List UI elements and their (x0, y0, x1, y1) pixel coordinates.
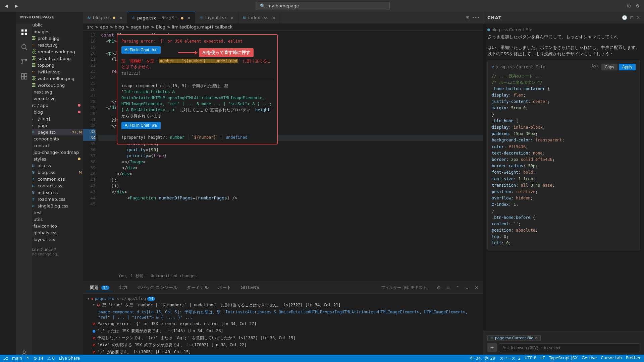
filter-icon[interactable]: ⊘ (435, 284, 443, 292)
encoding[interactable]: UTF-8 (525, 356, 536, 361)
error-item-1: ▾ ⊘ 型 'true' を型 'number | `${number}` | … (87, 302, 479, 309)
apply-button[interactable]: Apply (619, 64, 636, 70)
svg-point-6 (22, 59, 23, 61)
filter-label: フィルター (例: テキスト、 (378, 285, 433, 291)
panel-tab-gitlens[interactable]: GITLENS (236, 284, 263, 292)
chat-header: CHAT 🕐 ⊡ ✕ (483, 12, 644, 23)
sync-icon[interactable]: ↻ (26, 356, 30, 361)
panel-tab-terminal[interactable]: ターミナル (183, 283, 213, 292)
current-file-tag[interactable]: ⚛ page.tsx Current File ✕ (487, 335, 541, 341)
eol[interactable]: LF (540, 356, 545, 361)
copy-button[interactable]: Copy (601, 64, 618, 70)
address-bar[interactable]: 🔍 my-homepage (256, 2, 390, 10)
panel-content: ▾ ⊘ page.tsx src/app/blog 14 ▾ ⊘ 型 'true… (83, 294, 483, 362)
tab-blog-css[interactable]: ≋ blog.css ● × (83, 12, 127, 23)
activity-bar (16, 23, 32, 362)
collapse-icon[interactable]: ⌃ (453, 284, 462, 292)
svg-rect-3 (25, 33, 27, 35)
close-tab-page-tsx[interactable]: × (187, 15, 191, 20)
status-bar: ⎇ main ↻ ⊘ 14 ⚠ 0 Live Share 行 34、列 29 ス… (0, 355, 644, 362)
close-tab-index-css[interactable]: × (272, 15, 276, 20)
remove-file-tag[interactable]: ✕ (535, 336, 538, 340)
svg-rect-9 (21, 74, 24, 76)
language[interactable]: TypeScript JSX (549, 356, 578, 361)
tabs-bar: ≋ blog.css ● × ⚛ page.tsx …/blog 9+, ● ×… (83, 12, 483, 23)
svg-rect-0 (21, 29, 23, 32)
warn-count[interactable]: ⚠ 0 (47, 356, 55, 361)
chat-title: CHAT (487, 15, 501, 20)
tab-layout-tsx[interactable]: ⚛ layout.tsx × (195, 12, 238, 23)
chat-ai-text: はい、承知いたしました。ボタンをさらにおしゃれにし、中央に配置します。以下のCS… (487, 44, 640, 57)
layout-icon[interactable]: ⊞ (626, 3, 632, 9)
terminal-panel: 問題 14 出力 デバッグ コンソール ターミナル ポート GITLENS フィ… (83, 282, 483, 362)
ai-fix-label-1: AI Fix In Chat (125, 48, 149, 52)
back-button[interactable]: ◀ (3, 3, 9, 9)
editor-area: ≋ blog.css ● × ⚛ page.tsx …/blog 9+, ● ×… (83, 12, 483, 362)
svg-point-8 (22, 63, 23, 64)
chat-popout-icon[interactable]: ⊡ (630, 15, 634, 20)
tab-page-tsx[interactable]: ⚛ page.tsx …/blog 9+, ● × (127, 12, 195, 23)
chat-code-content: // ... 既存のコード ... /* ホームに戻るボタン */ .home-… (492, 73, 636, 247)
error-item-1-detail: image-component.d.ts[Ln 15、Col 5]: 予期された… (87, 309, 479, 320)
prettier[interactable]: Prettier (626, 356, 641, 361)
breadcrumb: src > app > blog > page.tsx > Blog > lim… (83, 23, 483, 31)
live-share[interactable]: Live Share (59, 356, 80, 361)
svg-point-7 (25, 59, 27, 61)
svg-rect-10 (24, 74, 27, 76)
more-tabs-icon[interactable]: ••• (472, 15, 480, 20)
ask-label[interactable]: Ask (591, 64, 599, 70)
panel-tab-output[interactable]: 出力 (115, 283, 131, 292)
chat-code-header: ≋ blog.css Current File Ask Copy Apply (492, 64, 636, 70)
title-bar: ◀ ▶ 🔍 my-homepage ⊞ ⚙ (0, 0, 644, 12)
extensions-icon[interactable] (18, 70, 30, 82)
cursor-position[interactable]: 行 34、列 29 (470, 356, 495, 361)
css-file-icon: ≋ (87, 15, 91, 20)
error-title: Parsing error: '{' or JSX element expect… (121, 39, 273, 44)
chat-history-icon[interactable]: 🕐 (622, 15, 627, 20)
close-panel-icon[interactable]: ✕ (472, 284, 480, 292)
panel-tabs: 問題 14 出力 デバッグ コンソール ターミナル ポート GITLENS フィ… (83, 282, 483, 294)
tab-index-css[interactable]: ≋ index.css × (238, 12, 280, 23)
forward-button[interactable]: ▶ (13, 3, 19, 9)
explorer-icon[interactable] (18, 26, 30, 38)
expand-icon[interactable]: ⌄ (463, 284, 471, 292)
panel-tab-ports[interactable]: ポート (214, 283, 235, 292)
cursor-tab[interactable]: Cursor-tab (601, 356, 622, 361)
chat-header-icons: 🕐 ⊡ ✕ (622, 15, 640, 20)
branch-name[interactable]: main (12, 356, 22, 361)
error-detail-3: (property) height?: number | `${number}`… (121, 135, 273, 140)
error-popup: Parsing error: '{' or JSX element expect… (117, 34, 278, 144)
ai-fix-label-2: AI Fix In Chat (125, 123, 149, 128)
branch-icon: ⎇ (3, 356, 8, 361)
editor-with-panel: 1718192021 2223242526 2728293031 3233 34… (83, 31, 483, 362)
chat-close-icon[interactable]: ✕ (636, 15, 640, 20)
error-file-group: ▾ ⊘ page.tsx src/app/blog 14 (87, 296, 479, 302)
ai-fix-button-1[interactable]: AI Fix In Chat ⌘E (121, 46, 161, 54)
ai-fix-button-2[interactable]: AI Fix In Chat ⌘E (121, 122, 161, 129)
title-bar-left: ◀ ▶ (3, 3, 19, 9)
tsx-file-icon2: ⚛ (199, 15, 203, 20)
list-view-icon[interactable]: ≡ (444, 284, 452, 292)
title-bar-right: ⊞ ⚙ (626, 3, 641, 9)
modified-dot-red (78, 104, 80, 107)
go-live[interactable]: Go Live (582, 356, 597, 361)
close-tab-blog-css[interactable]: × (119, 15, 123, 20)
svg-rect-11 (21, 77, 24, 79)
svg-rect-12 (24, 77, 27, 79)
status-bar-right: 行 34、列 29 スペース: 2 UTF-8 LF TypeScript JS… (470, 356, 641, 361)
spaces[interactable]: スペース: 2 (499, 356, 521, 361)
settings-icon[interactable]: ⚙ (635, 3, 641, 9)
split-editor-icon[interactable]: ⊞ (466, 15, 469, 20)
search-icon[interactable] (18, 41, 30, 53)
chat-current-file: ⚛ page.tsx Current File ✕ (487, 335, 640, 341)
add-context-button[interactable]: + (487, 343, 497, 352)
error-count[interactable]: ⊘ 14 (34, 356, 43, 361)
panel-tab-problems[interactable]: 問題 14 (86, 283, 113, 292)
error-item-5: ⊘ 'div' の対応する JSX 終了タグが必要です。 ts(17002) [… (87, 342, 479, 349)
close-tab-layout[interactable]: × (230, 15, 234, 20)
source-control-icon[interactable] (18, 56, 30, 68)
chat-input[interactable] (499, 343, 640, 352)
panel-tab-debug[interactable]: デバッグ コンソール (133, 283, 181, 292)
css-file-icon2: ≋ (243, 15, 246, 20)
shortcut-1: ⌘E (151, 48, 157, 52)
